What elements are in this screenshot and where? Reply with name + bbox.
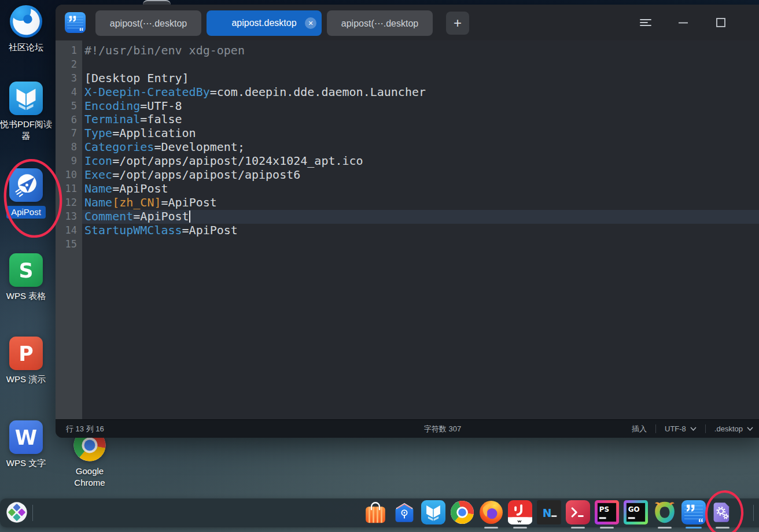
desktop-icon-label: WPS 演示 xyxy=(0,374,52,385)
tab-label: apipost(⋯.desktop xyxy=(341,18,418,29)
desktop-icon-label: WPS 文字 xyxy=(0,457,52,469)
maximize-button[interactable] xyxy=(713,15,728,30)
code-line: Terminal=false xyxy=(84,113,759,127)
code-segment-key: Categories xyxy=(84,140,154,154)
tab-close-icon[interactable]: ✕ xyxy=(305,17,316,29)
code-segment-plain: =Application xyxy=(112,126,196,140)
line-number: 7 xyxy=(56,127,77,141)
code-segment-key: Type xyxy=(84,126,112,140)
desktop-icon-wps-presentation[interactable]: PWPS 演示 xyxy=(0,337,52,385)
filetype-value: .desktop xyxy=(714,424,743,433)
line-number: 2 xyxy=(56,58,77,72)
editor-tab[interactable]: apipost(⋯.desktop xyxy=(95,10,201,36)
encoding-select[interactable]: UTF-8 xyxy=(665,424,697,433)
code-segment-plain: =/opt/apps/apipost/apipost6 xyxy=(112,168,300,182)
wps-writer-icon: W xyxy=(9,420,43,454)
line-number: 15 xyxy=(56,238,77,252)
apipost-icon xyxy=(9,168,43,202)
dock-separator xyxy=(753,505,754,521)
line-number-gutter: 123456789101112131415 xyxy=(56,40,82,420)
desktop-icon-label: ApiPost xyxy=(6,206,46,219)
svg-text:S: S xyxy=(19,259,33,282)
line-number: 11 xyxy=(56,182,77,196)
running-indicator xyxy=(716,527,729,529)
line-number: 1 xyxy=(56,44,77,58)
code-segment-key: Name xyxy=(84,182,112,195)
dock: NPSGO xyxy=(0,498,759,527)
dock-terminal-icon[interactable] xyxy=(566,500,590,524)
desktop-screen: 社区论坛悦书PDF阅读器ApiPostSWPS 表格PWPS 演示WWPS 文字… xyxy=(0,0,759,532)
code-line: Type=Application xyxy=(84,127,759,141)
desktop-icon-wps-writer[interactable]: WWPS 文字 xyxy=(0,420,52,469)
tab-label: apipost(⋯.desktop xyxy=(110,18,187,29)
code-segment-key: Exec xyxy=(84,168,112,182)
dock-goland-icon[interactable]: GO xyxy=(624,500,648,524)
code-segment-plain: =false xyxy=(140,112,182,126)
close-button[interactable] xyxy=(757,15,759,30)
dock-desktop-file-settings-icon[interactable] xyxy=(710,500,735,524)
desktop-icon-label: WPS 表格 xyxy=(0,290,52,302)
svg-text:PS: PS xyxy=(599,505,609,513)
new-tab-button[interactable]: + xyxy=(446,12,469,35)
line-number: 5 xyxy=(56,99,77,113)
code-segment-plain: =UTF-8 xyxy=(140,99,182,113)
dock-red-quote-app-icon[interactable] xyxy=(508,500,532,524)
text-editor-app-icon xyxy=(65,12,86,33)
pdf-reader-icon xyxy=(9,82,43,115)
desktop-icon-label: 悦书PDF阅读器 xyxy=(0,119,52,142)
code-segment-plain: =com.deepin.dde.daemon.Launcher xyxy=(210,85,426,99)
running-indicator xyxy=(600,527,614,529)
text-cursor xyxy=(189,210,190,223)
line-number: 12 xyxy=(56,196,77,210)
dock-launcher-icon[interactable] xyxy=(5,500,29,524)
encoding-value: UTF-8 xyxy=(665,424,686,433)
code-line: Name=ApiPost xyxy=(84,182,759,196)
minimize-button[interactable] xyxy=(676,15,691,30)
code-line: Name[zh_CN]=ApiPost xyxy=(84,196,759,210)
line-number: 8 xyxy=(56,141,77,154)
code-line: X-Deepin-CreatedBy=com.deepin.dde.daemon… xyxy=(84,86,759,99)
chevron-down-icon xyxy=(690,427,697,431)
code-segment-plain: =ApiPost xyxy=(112,182,168,195)
dock-text-editor-icon[interactable] xyxy=(681,500,706,524)
input-mode[interactable]: 插入 xyxy=(632,424,647,434)
code-editor[interactable]: 123456789101112131415 #!/usr/bin/env xdg… xyxy=(56,40,759,420)
dock-separator xyxy=(32,505,33,521)
code-segment-bracket: [zh_CN] xyxy=(112,195,161,209)
svg-text:GO: GO xyxy=(628,505,640,513)
code-segment-key: Comment xyxy=(84,209,133,223)
dock-navicat-icon[interactable] xyxy=(653,500,677,524)
dock-phpstorm-icon[interactable]: PS xyxy=(595,500,619,524)
code-segment-comment: #!/usr/bin/env xdg-open xyxy=(84,43,245,57)
code-line: Comment=ApiPost xyxy=(84,210,759,224)
dock-firefox-icon[interactable] xyxy=(479,500,503,524)
code-segment-key: Name xyxy=(84,195,112,209)
dock-app-store-icon[interactable] xyxy=(363,500,388,524)
code-segment-key: X-Deepin-CreatedBy xyxy=(84,85,210,99)
dock-pdf-reader-icon[interactable] xyxy=(421,500,445,524)
code-line: Icon=/opt/apps/apipost/1024x1024_apt.ico xyxy=(84,154,759,168)
menu-icon[interactable] xyxy=(638,15,653,30)
code-line: Encoding=UTF-8 xyxy=(84,99,759,113)
running-indicator xyxy=(686,527,702,529)
code-line: [Desktop Entry] xyxy=(84,72,759,86)
code-line: StartupWMClass=ApiPost xyxy=(84,224,759,238)
editor-tab[interactable]: apipost(⋯.desktop xyxy=(327,10,433,36)
code-line xyxy=(84,237,759,251)
dock-google-chrome-icon[interactable] xyxy=(450,500,474,524)
code-segment-plain: =ApiPost xyxy=(182,223,238,237)
desktop-icon-label: 社区论坛 xyxy=(0,42,52,53)
desktop-icon-apipost[interactable]: ApiPost xyxy=(0,168,52,219)
line-number: 14 xyxy=(56,224,77,238)
running-indicator xyxy=(571,527,585,529)
line-number: 10 xyxy=(56,168,77,182)
statusbar-separator xyxy=(655,424,656,433)
dock-notepad-minus-icon[interactable]: N xyxy=(537,500,561,524)
tab-label: apipost.desktop xyxy=(231,18,296,28)
desktop-icon-pdf-reader[interactable]: 悦书PDF阅读器 xyxy=(0,82,52,142)
filetype-select[interactable]: .desktop xyxy=(714,424,753,433)
desktop-icon-wps-sheets[interactable]: SWPS 表格 xyxy=(0,253,52,302)
dock-mail-seal-icon[interactable] xyxy=(392,500,417,524)
editor-tab[interactable]: apipost.desktop✕ xyxy=(207,10,322,36)
desktop-icon-community-forum[interactable]: 社区论坛 xyxy=(0,5,52,53)
